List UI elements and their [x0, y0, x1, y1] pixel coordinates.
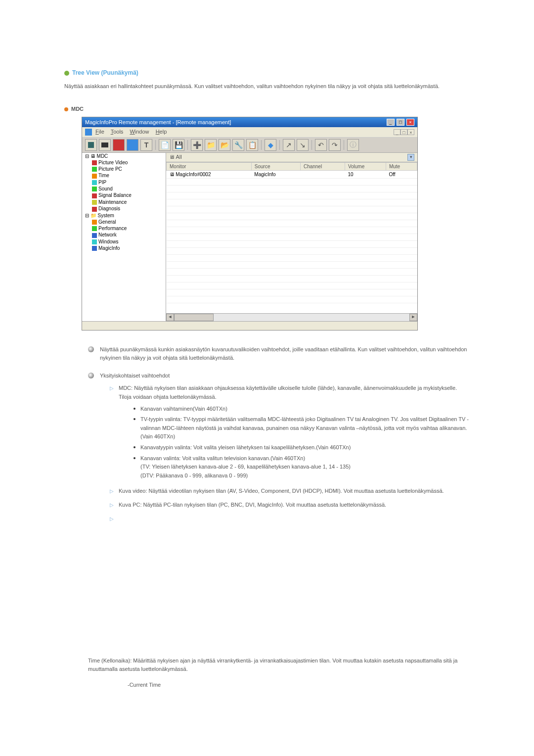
mdi-restore[interactable]: □	[400, 129, 407, 135]
sub-list: ▷ MDC: Näyttää nykyisen tilan asiakkaan …	[110, 384, 470, 522]
toolbar-btn-6[interactable]: 💾	[173, 139, 184, 151]
horizontal-scrollbar[interactable]: ◄ ►	[166, 313, 417, 321]
cell-mute: Off	[386, 170, 417, 178]
close-button[interactable]: ×	[406, 119, 414, 126]
th-monitor[interactable]: Monitor	[167, 162, 252, 170]
toolbar-btn-text[interactable]: T	[140, 139, 152, 151]
tree-item[interactable]: Network	[82, 232, 166, 238]
th-channel[interactable]: Channel	[300, 162, 345, 170]
cell-value: MagicInfo#0002	[176, 172, 211, 177]
tree-root[interactable]: ⊟ 🖥 MDC	[82, 153, 166, 159]
statusbar	[82, 321, 417, 330]
maximize-button[interactable]: □	[397, 119, 404, 126]
toolbar-btn-10[interactable]: 🔧	[232, 139, 244, 151]
tree-item[interactable]: Time	[82, 172, 166, 179]
bullet-line: (DTV: Pääkanava 0 - 999, alikanava 0 - 9…	[140, 472, 351, 480]
toolbar-btn-14[interactable]: ↘	[297, 139, 309, 151]
mdc-heading-text: MDC	[71, 106, 84, 112]
tree-label: Network	[98, 232, 117, 237]
sub-text: Kuva video: Näyttää videotilan nykyisen …	[119, 487, 444, 496]
detail-item: Yksityiskohtaiset vaihtoehdot ▷ MDC: Näy…	[88, 372, 470, 528]
toolbar-btn-8[interactable]: 📁	[205, 139, 217, 151]
tree-item[interactable]: Sound	[82, 186, 166, 192]
detail-content: Yksityiskohtaiset vaihtoehdot ▷ MDC: Näy…	[100, 372, 470, 528]
toolbar-separator	[155, 140, 156, 150]
tree-root-label: MDC	[97, 153, 108, 159]
menu-tools[interactable]: Tools	[111, 129, 124, 135]
sub-item: ▷ MDC: Näyttää nykyisen tilan asiakkaan …	[110, 384, 470, 482]
mdc-heading: MDC	[64, 106, 470, 112]
toolbar-separator	[279, 140, 280, 150]
toolbar-btn-9[interactable]: 📂	[219, 139, 230, 151]
tree-label: MagicInfo	[98, 245, 120, 251]
toolbar-btn-redo[interactable]: ↷	[329, 139, 341, 151]
toolbar-btn-11[interactable]: 📋	[246, 139, 258, 151]
tree-icon	[92, 193, 97, 198]
th-volume[interactable]: Volume	[345, 162, 386, 170]
window-title: MagicInfoPro Remote management - [Remote…	[85, 119, 231, 125]
detail-item: Näyttää puunäkymässä kunkin asiakasnäytö…	[88, 345, 470, 363]
toolbar-btn-7[interactable]: ➕	[191, 139, 203, 151]
tree-system[interactable]: ⊟ 📁 System	[82, 212, 166, 219]
sub-item: ▷ Kuva video: Näyttää videotilan nykyise…	[110, 487, 470, 496]
tree-item[interactable]: Diagnosis	[82, 205, 166, 212]
tree-item[interactable]: Picture PC	[82, 166, 166, 172]
toolbar-btn-undo[interactable]: ↶	[315, 139, 327, 151]
app-window: MagicInfoPro Remote management - [Remote…	[82, 117, 418, 331]
menu-file[interactable]: File	[95, 129, 104, 135]
mdi-minimize[interactable]: _	[394, 129, 400, 135]
app-icon	[85, 129, 92, 136]
th-mute[interactable]: Mute	[386, 162, 417, 170]
tree-icon	[92, 200, 97, 205]
sub-item: ▷	[110, 515, 470, 523]
tb-icon	[88, 142, 94, 148]
time-sub: -Current Time	[128, 681, 470, 690]
toolbar-btn-info[interactable]: ⓘ	[347, 139, 359, 151]
th-source[interactable]: Source	[251, 162, 300, 170]
filter-all-label: All	[176, 154, 181, 160]
tree-item[interactable]: Windows	[82, 238, 166, 245]
tree-icon	[92, 233, 97, 238]
detail-text: Näyttää puunäkymässä kunkin asiakasnäytö…	[100, 345, 470, 363]
tree-icon	[92, 180, 97, 185]
toolbar-separator	[312, 140, 312, 150]
toolbar-btn-2[interactable]	[99, 139, 111, 151]
tree-item[interactable]: PIP	[82, 179, 166, 186]
scroll-track[interactable]	[174, 314, 409, 321]
tree-item[interactable]: General	[82, 219, 166, 225]
tree-icon	[92, 160, 97, 165]
tree-label: Windows	[98, 239, 119, 244]
tree-item[interactable]: Maintenance	[82, 199, 166, 205]
titlebar: MagicInfoPro Remote management - [Remote…	[82, 117, 417, 127]
menu-items: File Tools Window Help	[85, 129, 172, 136]
toolbar-btn-13[interactable]: ↗	[283, 139, 295, 151]
menu-window[interactable]: Window	[130, 129, 149, 135]
dot-icon	[134, 457, 135, 459]
dot-icon	[134, 418, 135, 420]
toolbar-btn-12[interactable]: ◆	[265, 139, 276, 151]
tree-panel: ⊟ 🖥 MDC Picture Video Picture PC Time PI…	[82, 153, 166, 321]
tree-item[interactable]: Performance	[82, 225, 166, 232]
table-row[interactable]: 🖥 MagicInfo#0002 MagicInfo 10 Off	[167, 170, 417, 178]
tree-item[interactable]: MagicInfo	[82, 245, 166, 251]
filter-dropdown[interactable]: ▾	[407, 154, 414, 161]
tree-icon	[92, 167, 97, 172]
arrow-icon: ▷	[110, 515, 114, 523]
green-bullet-icon	[64, 71, 69, 76]
tree-item[interactable]: Picture Video	[82, 159, 166, 166]
tree-icon	[92, 207, 97, 212]
minimize-button[interactable]: _	[387, 119, 395, 126]
tree-label: Sound	[98, 186, 113, 191]
tree-item[interactable]: Signal Balance	[82, 192, 166, 198]
toolbar-btn-1[interactable]	[85, 139, 97, 151]
menu-help[interactable]: Help	[156, 129, 167, 135]
sphere-bullet-icon	[88, 346, 94, 352]
scroll-thumb[interactable]	[174, 314, 214, 321]
toolbar-btn-4[interactable]	[127, 139, 138, 151]
detail-list: Näyttää puunäkymässä kunkin asiakasnäytö…	[88, 345, 470, 528]
toolbar-btn-5[interactable]: 📄	[159, 139, 171, 151]
scroll-right-icon[interactable]: ►	[409, 314, 417, 321]
mdi-close[interactable]: ×	[407, 129, 414, 135]
scroll-left-icon[interactable]: ◄	[166, 314, 174, 321]
toolbar-btn-3[interactable]	[113, 139, 125, 151]
